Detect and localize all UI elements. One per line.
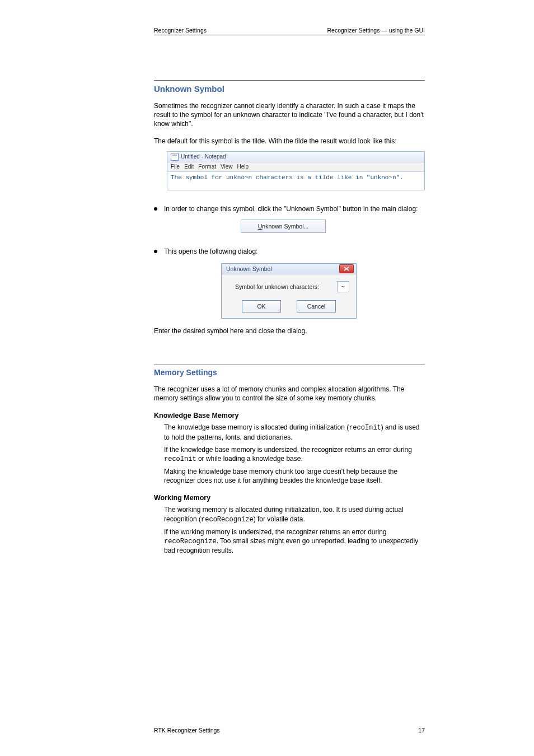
section-title-unknown-symbol: Unknown Symbol xyxy=(154,84,425,94)
section-rule xyxy=(154,80,425,81)
header-left: Recognizer Settings xyxy=(154,27,207,34)
intro-paragraph-2: The default for this symbol is the tilde… xyxy=(154,137,425,146)
dialog-button-row: OK Cancel xyxy=(222,297,356,318)
footer-page-number: 17 xyxy=(418,727,425,734)
code-recorecognize-2: recoRecognize xyxy=(164,538,217,545)
notepad-menubar: File Edit Format View Help xyxy=(167,162,424,172)
bullet-1-text: In order to change this symbol, click th… xyxy=(164,205,418,213)
bullet-2: This opens the following dialog: xyxy=(154,248,425,255)
notepad-title-text: Untitled - Notepad xyxy=(181,153,226,160)
footer-left: RTK Recognizer Settings xyxy=(154,727,220,734)
wm-paragraph-1: The working memory is allocated during i… xyxy=(164,505,425,524)
bullet-dot-icon xyxy=(154,207,157,211)
menu-view[interactable]: View xyxy=(221,164,233,170)
close-icon xyxy=(344,267,349,271)
unknown-symbol-dialog: Unknown Symbol Symbol for unknown charac… xyxy=(221,263,357,319)
button-label-rest: nknown Symbol... xyxy=(262,223,308,230)
kb-paragraph-2: If the knowledge base memory is undersiz… xyxy=(164,445,425,464)
dialog-title-text: Unknown Symbol xyxy=(226,265,272,272)
notepad-text-area: The symbol for unkno~n characters is a t… xyxy=(167,172,424,190)
memory-intro: The recognizer uses a lot of memory chun… xyxy=(154,385,425,403)
notepad-window: Untitled - Notepad File Edit Format View… xyxy=(167,151,425,190)
kb-paragraph-1: The knowledge base memory is allocated d… xyxy=(164,423,425,441)
header-rule xyxy=(154,35,425,35)
code-recoinit-2: recoInit xyxy=(164,455,196,463)
dialog-field-label: Symbol for unknown characters: xyxy=(235,283,319,290)
code-recorecognize-1: recoRecognize xyxy=(201,516,254,524)
code-recoinit-1: recoInit xyxy=(349,424,381,432)
page-header: Recognizer Settings Recognizer Settings … xyxy=(154,27,425,35)
bullet-dot-icon xyxy=(154,250,157,253)
notepad-titlebar: Untitled - Notepad xyxy=(167,152,424,162)
dialog-titlebar: Unknown Symbol xyxy=(222,264,356,274)
header-right: Recognizer Settings — using the GUI xyxy=(327,27,425,34)
kb-paragraph-3: Making the knowledge base memory chunk t… xyxy=(164,467,425,485)
symbol-input[interactable]: ~ xyxy=(337,281,349,292)
dialog-body: Symbol for unknown characters: ~ xyxy=(222,274,356,297)
bullet-1: In order to change this symbol, click th… xyxy=(154,205,425,213)
ok-button[interactable]: OK xyxy=(242,300,281,312)
section-rule-2 xyxy=(154,365,425,365)
section-title-memory: Memory Settings xyxy=(154,368,425,377)
unknown-symbol-button[interactable]: Unknown Symbol... xyxy=(241,220,326,233)
menu-file[interactable]: File xyxy=(171,164,180,170)
page: Recognizer Settings Recognizer Settings … xyxy=(0,0,534,756)
menu-format[interactable]: Format xyxy=(198,164,216,170)
intro-paragraph-1: Sometimes the recognizer cannot clearly … xyxy=(154,101,425,129)
notepad-icon xyxy=(171,153,179,161)
after-dialog-text: Enter the desired symbol here and close … xyxy=(154,326,425,335)
wm-paragraph-2: If the working memory is undersized, the… xyxy=(164,528,425,556)
subsection-title-kb: Knowledge Base Memory xyxy=(154,412,425,419)
close-button[interactable] xyxy=(339,264,354,273)
menu-edit[interactable]: Edit xyxy=(184,164,194,170)
cancel-button[interactable]: Cancel xyxy=(297,300,336,312)
bullet-2-text: This opens the following dialog: xyxy=(164,248,257,255)
menu-help[interactable]: Help xyxy=(237,164,249,170)
subsection-title-working: Working Memory xyxy=(154,494,425,502)
page-footer: RTK Recognizer Settings 17 xyxy=(154,727,425,734)
